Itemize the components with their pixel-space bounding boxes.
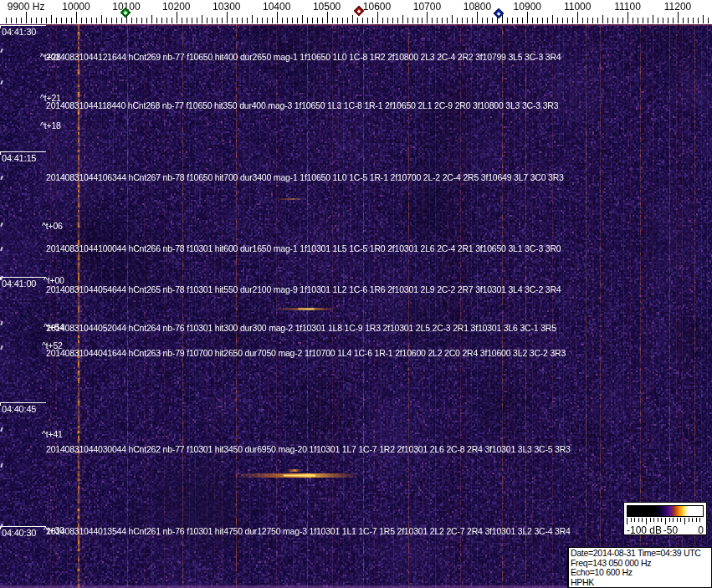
- freq-tick: [567, 18, 568, 23]
- freq-tick: [397, 18, 398, 23]
- detection-log-line: 20140831044118440 hCnt268 nb-77 f10650 h…: [46, 100, 558, 110]
- freq-tick: [447, 18, 448, 23]
- freq-tick: [46, 18, 47, 23]
- observation-info-box: Date=2014-08-31 Time=04:39 UTC Freq=143 …: [567, 547, 712, 588]
- freq-tick: [237, 18, 238, 23]
- freq-tick: [11, 18, 12, 23]
- freq-label: 10900: [514, 1, 541, 13]
- freq-label: 10500: [313, 1, 341, 13]
- freq-tick: [442, 18, 443, 23]
- freq-tick: [688, 18, 689, 23]
- freq-tick: [16, 18, 17, 23]
- freq-tick: [542, 18, 543, 23]
- freq-tick: [648, 18, 648, 23]
- freq-tick: [166, 18, 167, 23]
- freq-tick: [432, 18, 433, 23]
- freq-tick: [26, 12, 27, 23]
- freq-tick: [377, 12, 378, 23]
- detection-log-line: 20140831044100044 hCnt266 nb-78 f10301 h…: [46, 243, 561, 253]
- freq-tick: [517, 18, 518, 23]
- time-edge-tick: [0, 80, 3, 84]
- info-echo-freq: Echo=10 600 Hz: [571, 568, 711, 578]
- detection-log-line: 20140831044041644 hCnt263 nb-79 f10700 h…: [46, 348, 566, 358]
- freq-tick: [607, 18, 608, 23]
- freq-tick: [627, 12, 628, 23]
- freq-tick: [116, 18, 117, 23]
- freq-tick: [492, 18, 493, 23]
- freq-tick: [592, 18, 593, 23]
- freq-tick: [161, 18, 162, 23]
- freq-tick: [282, 18, 283, 23]
- freq-tick: [212, 18, 213, 23]
- freq-tick: [252, 15, 253, 23]
- freq-label: 10300: [213, 1, 240, 13]
- freq-tick: [462, 18, 463, 23]
- freq-tick: [131, 18, 132, 23]
- freq-tick: [172, 18, 172, 23]
- freq-tick: [307, 18, 308, 23]
- freq-tick: [81, 18, 82, 23]
- freq-tick: [673, 18, 674, 23]
- detection-log-line: 20140831044054644 hCnt265 nb-78 f10301 h…: [46, 284, 561, 294]
- freq-tick: [232, 18, 233, 23]
- db-color-scale: -100 dB -50 0: [623, 502, 707, 535]
- db-max-label: 0: [698, 524, 704, 536]
- freq-tick: [367, 18, 368, 23]
- freq-tick: [487, 18, 488, 23]
- time-edge-tick: [0, 222, 3, 227]
- freq-tick: [342, 18, 343, 23]
- freq-tick: [698, 18, 699, 23]
- freq-tick: [708, 18, 709, 23]
- freq-tick: [572, 18, 573, 23]
- freq-label: 10400: [263, 1, 290, 13]
- freq-tick: [658, 18, 658, 23]
- freq-tick: [86, 18, 87, 23]
- freq-tick: [337, 18, 338, 23]
- freq-tick: [683, 18, 684, 23]
- db-mid-label: -50: [663, 524, 678, 536]
- freq-tick: [327, 12, 328, 23]
- freq-tick: [177, 12, 177, 23]
- freq-tick: [56, 18, 57, 23]
- detection-log-line: 20140831044030044 hCnt262 nb-77 f10301 h…: [46, 444, 571, 454]
- freq-tick: [622, 18, 623, 23]
- freq-tick: [437, 18, 438, 23]
- detection-log-line: 20140831044121644 hCnt269 nb-77 f10650 h…: [46, 52, 561, 62]
- spectrogram-app-window: 9900 Hz100001010010200103001040010500106…: [0, 0, 712, 588]
- freq-label: 11100: [614, 1, 641, 13]
- freq-tick: [292, 18, 293, 23]
- freq-tick: [422, 18, 423, 23]
- freq-tick: [277, 12, 278, 23]
- freq-tick: [407, 18, 408, 23]
- colormap-labels: -100 dB -50 0: [627, 524, 704, 535]
- freq-tick: [527, 12, 528, 23]
- time-axis-label: 04:41:15: [0, 151, 36, 163]
- freq-tick: [472, 18, 473, 23]
- freq-tick: [31, 18, 32, 23]
- info-station-id: HPHK: [571, 578, 711, 588]
- freq-tick: [602, 15, 603, 23]
- colormap-gradient: [627, 505, 704, 517]
- freq-tick: [227, 12, 228, 23]
- freq-tick: [202, 15, 202, 23]
- time-axis-label: 04:40:30: [0, 526, 36, 538]
- freq-tick: [197, 18, 197, 23]
- freq-tick: [136, 18, 137, 23]
- freq-tick: [41, 18, 42, 23]
- freq-tick: [262, 18, 263, 23]
- time-edge-tick: [0, 345, 3, 350]
- frequency-ruler: 9900 Hz100001010010200103001040010500106…: [0, 0, 712, 24]
- freq-tick: [638, 18, 638, 23]
- freq-tick: [392, 18, 393, 23]
- freq-tick: [537, 18, 538, 23]
- freq-tick: [633, 18, 633, 23]
- freq-label: 9900 Hz: [8, 1, 45, 13]
- freq-tick: [477, 12, 478, 23]
- freq-label: 11000: [564, 1, 591, 13]
- freq-tick: [96, 18, 97, 23]
- echo-time-marker: ^t+06: [42, 221, 63, 231]
- freq-tick: [522, 18, 523, 23]
- time-edge-tick: [0, 176, 3, 180]
- freq-tick: [66, 18, 67, 23]
- freq-tick: [101, 15, 102, 23]
